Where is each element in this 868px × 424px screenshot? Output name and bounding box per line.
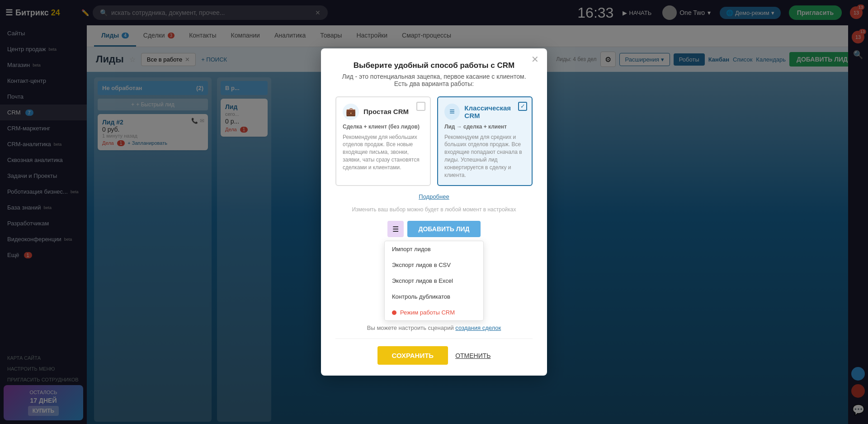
option-simple-icon: 💼 [343, 104, 359, 120]
modal-subtitle: Лид - это потенциальная зацепка, первое … [335, 73, 533, 87]
learn-more-link[interactable]: Подробнее [335, 193, 533, 200]
dropdown-item-duplicates[interactable]: Контроль дубликатов [385, 289, 483, 305]
option-classic-icon: ≡ [444, 104, 460, 120]
modal-footer: СОХРАНИТЬ ОТМЕНИТЬ [335, 338, 533, 365]
option-simple-checkbox[interactable] [416, 102, 425, 111]
modal-close-button[interactable]: ✕ [531, 55, 539, 64]
dropdown-menu: Импорт лидов Экспорт лидов в CSV Экспорт… [384, 241, 484, 321]
option-simple-header: 💼 Простая CRM [343, 104, 424, 120]
crm-mode-modal: ✕ Выберите удобный способ работы с CRM Л… [321, 48, 547, 376]
modal-scenario: Вы можете настроить сценарий создания сд… [335, 324, 533, 331]
option-classic-tagline: Лид → сделка + клиент [444, 124, 525, 130]
dropdown-item-import[interactable]: Импорт лидов [385, 241, 483, 257]
option-classic-desc: Рекомендуем для средних и больших отдело… [444, 133, 525, 179]
change-note: Изменить ваш выбор можно будет в любой м… [335, 206, 533, 213]
option-simple-desc: Рекомендуем для небольших отделов продаж… [343, 133, 424, 172]
dot-icon [392, 310, 396, 315]
option-classic-checkbox[interactable]: ✓ [518, 102, 527, 111]
dropdown-container: Импорт лидов Экспорт лидов в CSV Экспорт… [335, 241, 533, 321]
option-simple-crm[interactable]: 💼 Простая CRM Сделка + клиент (без лидов… [335, 96, 431, 186]
option-classic-title: Классическая CRM [464, 104, 525, 119]
save-button[interactable]: СОХРАНИТЬ [377, 346, 448, 365]
dropdown-item-export-csv[interactable]: Экспорт лидов в CSV [385, 257, 483, 273]
scenario-link[interactable]: создания сделок [455, 324, 501, 331]
list-icon-button[interactable]: ☰ [387, 221, 404, 237]
cancel-button[interactable]: ОТМЕНИТЬ [455, 352, 491, 359]
option-classic-crm[interactable]: ✓ ≡ Классическая CRM Лид → сделка + клие… [437, 96, 533, 186]
modal-action-row: ☰ ДОБАВИТЬ ЛИД [335, 221, 533, 237]
modal-title: Выберите удобный способ работы с CRM [335, 61, 533, 70]
dropdown-item-crm-mode[interactable]: Режим работы CRM [385, 305, 483, 320]
modal-overlay[interactable]: ✕ Выберите удобный способ работы с CRM Л… [0, 0, 868, 424]
modal-options: 💼 Простая CRM Сделка + клиент (без лидов… [335, 96, 533, 186]
modal-add-lead-button[interactable]: ДОБАВИТЬ ЛИД [407, 221, 480, 237]
option-simple-title: Простая CRM [363, 108, 409, 115]
option-simple-tagline: Сделка + клиент (без лидов) [343, 124, 424, 130]
dropdown-item-export-excel[interactable]: Экспорт лидов в Excel [385, 273, 483, 289]
option-classic-header: ≡ Классическая CRM [444, 104, 525, 120]
